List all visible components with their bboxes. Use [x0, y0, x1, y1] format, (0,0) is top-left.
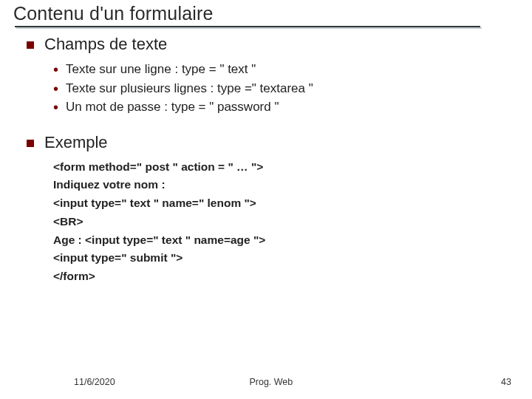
- slide-footer: 11/6/2020 Prog. Web 43: [0, 377, 532, 387]
- footer-course: Prog. Web: [115, 377, 501, 387]
- list-item: • Un mot de passe : type = " password ": [53, 98, 517, 117]
- code-block: <form method=" post " action = " … "> In…: [27, 158, 517, 287]
- footer-page-number: 43: [501, 377, 511, 387]
- code-line: Age : <input type=" text " name=age ">: [53, 231, 517, 250]
- code-line: Indiquez votre nom :: [53, 176, 517, 194]
- code-line: <input type=" submit ">: [53, 249, 517, 267]
- dot-bullet-icon: •: [53, 98, 58, 117]
- code-line: <input type=" text " name=" lenom ">: [53, 194, 517, 213]
- section-heading: Champs de texte: [44, 35, 167, 54]
- section-champs: Champs de texte • Texte sur une ligne : …: [27, 35, 517, 117]
- section-head: Exemple: [27, 133, 517, 152]
- list-item: • Texte sur une ligne : type = " text ": [53, 60, 517, 79]
- bullet-list: • Texte sur une ligne : type = " text " …: [27, 60, 517, 117]
- code-line: </form>: [53, 267, 517, 286]
- slide-title: Contenu d'un formulaire: [13, 3, 532, 24]
- code-line: <BR>: [53, 213, 517, 231]
- dot-bullet-icon: •: [53, 61, 58, 79]
- list-item-text: Un mot de passe : type = " password ": [66, 98, 279, 117]
- list-item-text: Texte sur plusieurs lignes : type =" tex…: [66, 79, 313, 98]
- list-item-text: Texte sur une ligne : type = " text ": [66, 60, 256, 79]
- section-heading: Exemple: [44, 133, 108, 152]
- square-bullet-icon: [27, 140, 34, 147]
- square-bullet-icon: [27, 41, 34, 49]
- slide-content: Champs de texte • Texte sur une ligne : …: [0, 27, 532, 286]
- section-exemple: Exemple <form method=" post " action = "…: [27, 133, 517, 287]
- code-line: <form method=" post " action = " … ">: [53, 158, 517, 177]
- dot-bullet-icon: •: [53, 80, 58, 98]
- title-underline: [15, 26, 480, 27]
- footer-date: 11/6/2020: [74, 377, 115, 387]
- section-head: Champs de texte: [27, 35, 517, 54]
- title-area: Contenu d'un formulaire: [0, 0, 532, 27]
- list-item: • Texte sur plusieurs lignes : type =" t…: [53, 79, 517, 98]
